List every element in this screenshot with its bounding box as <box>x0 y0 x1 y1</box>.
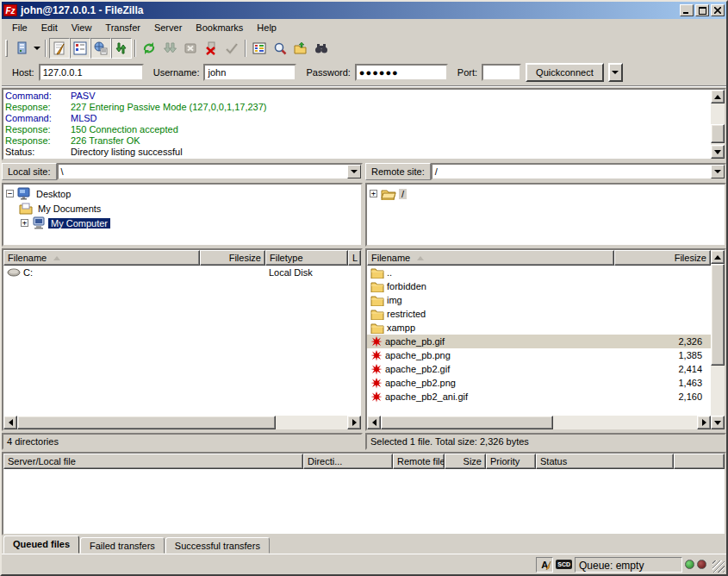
scrollbar-track[interactable] <box>381 416 697 429</box>
compare-directories-button[interactable] <box>311 38 332 59</box>
password-input[interactable] <box>355 64 448 81</box>
menu-bookmarks[interactable]: Bookmarks <box>189 21 250 34</box>
file-size: 2,326 <box>678 336 702 347</box>
remote-horizontal-scrollbar[interactable] <box>367 416 711 429</box>
reconnect-icon <box>225 41 239 55</box>
scroll-up-button[interactable] <box>711 250 725 264</box>
file-row[interactable]: apache_pb2.gif 2,414 <box>367 362 711 376</box>
scroll-right-button[interactable] <box>697 416 711 429</box>
tree-item-desktop[interactable]: − Desktop <box>4 186 360 201</box>
quickconnect-button[interactable]: Quickconnect <box>526 63 604 82</box>
tab-queued-files[interactable]: Queued files <box>3 535 79 554</box>
menu-server[interactable]: Server <box>147 21 189 34</box>
menu-edit[interactable]: Edit <box>34 21 65 34</box>
port-input[interactable] <box>482 64 521 81</box>
toolbar-grip[interactable] <box>5 40 8 57</box>
quickconnect-dropdown[interactable] <box>608 63 623 82</box>
remote-vertical-scrollbar[interactable] <box>711 250 725 429</box>
scroll-up-button[interactable] <box>711 90 725 103</box>
scroll-down-button[interactable] <box>711 145 725 159</box>
toggle-remote-tree-button[interactable] <box>90 38 111 59</box>
message-log-scrollbar[interactable] <box>711 90 725 159</box>
find-files-button[interactable] <box>270 38 290 59</box>
site-manager-button[interactable] <box>11 38 32 59</box>
column-header-size[interactable]: Size <box>445 454 486 469</box>
scrollbar-thumb[interactable] <box>381 416 553 429</box>
local-site-combobox[interactable]: \ <box>57 163 363 180</box>
titlebar[interactable]: Fz john@127.0.0.1 - FileZilla <box>2 2 726 19</box>
host-input[interactable] <box>39 64 144 81</box>
menu-help[interactable]: Help <box>250 21 283 34</box>
close-button[interactable] <box>711 4 725 16</box>
binoculars-icon <box>314 41 328 55</box>
file-row[interactable]: apache_pb.png 1,385 <box>367 348 711 362</box>
file-row[interactable]: forbidden <box>367 279 711 293</box>
file-row-selected[interactable]: apache_pb.gif 2,326 <box>367 335 711 348</box>
filter-button[interactable] <box>249 38 270 59</box>
remote-site-combobox[interactable]: / <box>431 163 726 180</box>
speed-limit-indicator[interactable]: SCD <box>556 560 572 569</box>
site-manager-dropdown[interactable] <box>32 38 42 59</box>
scrollbar-thumb[interactable] <box>711 264 725 366</box>
minimize-button[interactable] <box>680 4 694 16</box>
toggle-message-log-button[interactable] <box>49 38 70 59</box>
toggle-queue-button[interactable] <box>111 38 132 59</box>
column-header-status[interactable]: Status <box>536 454 674 469</box>
tree-item-my-computer[interactable]: + My Computer <box>4 216 360 230</box>
file-row[interactable]: apache_pb2_ani.gif 2,160 <box>367 390 711 404</box>
file-row[interactable]: img <box>367 293 711 307</box>
transfer-type-indicator-icon[interactable]: A <box>536 557 553 573</box>
column-header-filename[interactable]: Filename <box>3 250 200 266</box>
scrollbar-thumb[interactable] <box>17 416 276 429</box>
scrollbar-track[interactable] <box>711 264 725 416</box>
maximize-button[interactable] <box>695 4 709 16</box>
cancel-button[interactable] <box>180 38 201 59</box>
column-header-filename[interactable]: Filename <box>367 250 614 266</box>
username-input[interactable] <box>203 64 296 81</box>
menu-view[interactable]: View <box>65 21 99 34</box>
scrollbar-track[interactable] <box>711 103 725 145</box>
resize-grip[interactable] <box>712 560 725 573</box>
file-row[interactable]: apache_pb2.png 1,463 <box>367 376 711 390</box>
tree-item-root[interactable]: + / <box>368 186 724 201</box>
column-header-direction[interactable]: Directi... <box>303 454 393 469</box>
file-row[interactable]: restricted <box>367 307 711 321</box>
menu-transfer[interactable]: Transfer <box>98 21 147 34</box>
tab-failed-transfers[interactable]: Failed transfers <box>80 537 165 554</box>
scroll-left-button[interactable] <box>3 416 17 429</box>
sync-browsing-button[interactable] <box>290 38 311 59</box>
reconnect-button[interactable] <box>221 38 242 59</box>
queue-body[interactable] <box>3 469 725 534</box>
expand-icon[interactable]: + <box>370 190 377 197</box>
menu-file[interactable]: File <box>5 21 34 34</box>
scroll-down-button[interactable] <box>711 416 725 429</box>
column-header-remote-file[interactable]: Remote file <box>393 454 445 469</box>
column-header-filetype[interactable]: Filetype <box>265 250 348 266</box>
tree-item-my-documents[interactable]: My Documents <box>4 201 360 216</box>
file-row[interactable]: xampp <box>367 321 711 335</box>
column-header-filesize[interactable]: Filesize <box>200 250 265 266</box>
scroll-right-button[interactable] <box>347 416 361 429</box>
local-site-dropdown[interactable] <box>347 165 361 178</box>
column-header-server-local-file[interactable]: Server/Local file <box>3 454 303 469</box>
process-queue-button[interactable] <box>159 38 180 59</box>
disconnect-button[interactable] <box>201 38 221 59</box>
remote-site-dropdown[interactable] <box>711 165 725 178</box>
column-header-filesize[interactable]: Filesize <box>614 250 711 266</box>
column-header-last-modified[interactable]: L <box>348 250 361 266</box>
expand-icon[interactable]: + <box>21 219 28 227</box>
local-horizontal-scrollbar[interactable] <box>3 416 361 429</box>
refresh-button[interactable] <box>139 38 159 59</box>
scroll-left-button[interactable] <box>367 416 381 429</box>
collapse-icon[interactable]: − <box>6 190 14 197</box>
message-log-lines: Command:PASV Response:227 Entering Passi… <box>3 90 711 159</box>
scrollbar-track[interactable] <box>17 416 347 429</box>
toggle-local-tree-button[interactable] <box>70 38 90 59</box>
tab-successful-transfers[interactable]: Successful transfers <box>165 537 270 554</box>
file-row[interactable]: .. <box>367 266 711 279</box>
file-name: restricted <box>387 309 426 319</box>
scrollbar-thumb[interactable] <box>711 124 725 143</box>
column-header-priority[interactable]: Priority <box>486 454 536 469</box>
file-row[interactable]: C: Local Disk <box>3 266 361 279</box>
file-name: .. <box>387 267 392 278</box>
